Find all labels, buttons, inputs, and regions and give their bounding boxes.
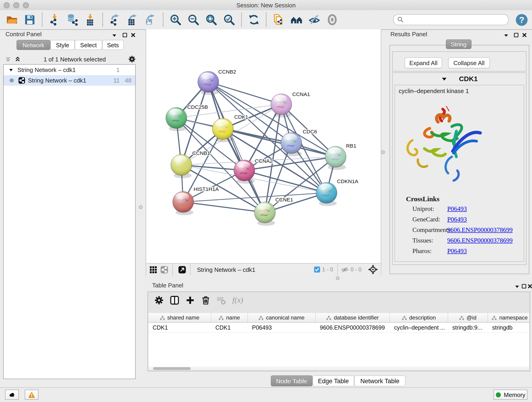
expand-all-button[interactable]: Expand All	[405, 57, 442, 68]
tab-style[interactable]: Style	[51, 40, 75, 50]
network-node-CDKN1A[interactable]	[316, 182, 337, 206]
eye-slash-blue-icon[interactable]	[308, 14, 320, 26]
column-header-name[interactable]: name	[211, 313, 248, 322]
refresh-icon[interactable]	[248, 14, 260, 26]
show-columns-icon[interactable]	[170, 296, 179, 305]
right-splitter-handle[interactable]	[381, 150, 385, 154]
network-edge[interactable]	[208, 82, 281, 104]
crosslink-link[interactable]: P06493	[447, 248, 467, 255]
table-cell[interactable]: cyclin–dependent ...	[390, 323, 448, 332]
table-cell[interactable]: P06493	[248, 323, 316, 332]
memory-button[interactable]: Memory	[494, 390, 527, 400]
network-node-CDK1[interactable]	[212, 118, 234, 142]
table-row[interactable]: CDK1CDK1P064939606.ENSP00000378699cyclin…	[148, 323, 529, 333]
results-panel-menu-icon[interactable]	[503, 32, 509, 38]
tab-string[interactable]: String	[446, 39, 472, 49]
zoom-out-icon[interactable]	[187, 14, 199, 26]
table-cell[interactable]: CDK1	[148, 323, 211, 332]
help-icon[interactable]: ?	[515, 14, 528, 26]
warning-status-button[interactable]	[25, 390, 38, 400]
column-header-description[interactable]: description	[390, 313, 448, 322]
network-edge[interactable]	[223, 129, 336, 157]
eye-gray-icon[interactable]	[326, 14, 338, 26]
scrollbar-thumb[interactable]	[153, 367, 191, 370]
column-header--id[interactable]: @id	[448, 313, 488, 322]
collapse-all-button[interactable]: Collapse All	[448, 57, 490, 68]
protein-collapse-icon[interactable]	[441, 76, 447, 82]
table-cell[interactable]: stringdb	[488, 323, 529, 332]
table-gear-icon[interactable]	[154, 296, 164, 305]
network-badge-icon[interactable]	[160, 266, 168, 274]
horizontal-splitter-handle[interactable]	[336, 276, 340, 280]
control-panel-float-icon[interactable]	[122, 32, 128, 38]
network-edge[interactable]	[183, 202, 265, 212]
expand-all-icon[interactable]	[14, 56, 21, 63]
network-tree-item-row[interactable]: String Network – cdk1 11 48	[4, 75, 135, 86]
tab-node-table[interactable]: Node Table	[271, 375, 312, 386]
results-panel-close-icon[interactable]	[521, 32, 527, 38]
network-node-CCNA1[interactable]	[271, 94, 292, 118]
export-image-icon[interactable]	[145, 14, 157, 26]
crosslink-link[interactable]: P06493	[447, 205, 467, 213]
column-header-database-identifier[interactable]: database identifier	[316, 313, 390, 322]
network-node-CCNB2[interactable]	[198, 71, 219, 95]
table-cell[interactable]: 9606.ENSP00000378699	[316, 323, 390, 332]
search-input[interactable]	[404, 16, 508, 24]
network-edge[interactable]	[183, 193, 326, 202]
import-database-icon[interactable]	[66, 14, 78, 26]
left-splitter-handle[interactable]	[139, 205, 143, 209]
control-panel-close-icon[interactable]	[130, 32, 136, 38]
tab-network[interactable]: Network	[17, 40, 51, 50]
houses-icon[interactable]	[291, 14, 302, 26]
network-options-gear-icon[interactable]	[128, 56, 136, 63]
tab-network-table[interactable]: Network Table	[354, 375, 405, 386]
network-canvas[interactable]: CCNB2CCNA1CDC25BCDK1CDC6RB1CCNB1CCNA2CDK…	[146, 29, 381, 263]
network-node-CCNB1[interactable]	[171, 154, 192, 178]
table-panel-menu-icon[interactable]	[514, 283, 520, 289]
network-node-RB1[interactable]	[325, 146, 346, 170]
delete-table-icon[interactable]	[217, 296, 226, 305]
export-network-icon[interactable]	[109, 14, 121, 26]
tab-select[interactable]: Select	[75, 40, 102, 50]
network-tree-root-row[interactable]: String Network – cdk1 1	[4, 65, 135, 75]
control-panel-menu-icon[interactable]	[111, 32, 117, 38]
add-column-icon[interactable]	[186, 296, 195, 305]
export-table-icon[interactable]	[127, 14, 139, 26]
selected-checkbox-icon[interactable]	[314, 266, 320, 273]
table-panel-close-icon[interactable]	[527, 283, 532, 289]
network-node-CDC25B[interactable]	[166, 108, 187, 131]
zoom-fit-icon[interactable]	[205, 14, 217, 26]
network-edge[interactable]	[208, 82, 265, 212]
column-header-canonical-name[interactable]: canonical name	[248, 313, 316, 322]
delete-column-icon[interactable]	[201, 296, 210, 305]
save-icon[interactable]	[24, 14, 36, 26]
tree-expand-icon[interactable]	[8, 67, 14, 73]
crosslink-link[interactable]: 9606.ENSP00000378699	[447, 226, 513, 234]
grid-view-icon[interactable]	[149, 266, 157, 274]
network-node-CCNE1[interactable]	[254, 202, 275, 226]
crosslink-link[interactable]: P06493	[447, 216, 467, 223]
table-panel-float-icon[interactable]	[521, 283, 527, 289]
folder-icon[interactable]	[6, 14, 18, 26]
network-node-CCNA2[interactable]	[234, 160, 255, 184]
cloud-status-button[interactable]	[5, 390, 19, 400]
table-horizontal-scrollbar[interactable]	[148, 367, 529, 370]
zoom-in-icon[interactable]	[170, 14, 181, 26]
copy-network-icon[interactable]	[273, 14, 285, 26]
tab-edge-table[interactable]: Edge Table	[312, 375, 354, 386]
import-network-icon[interactable]	[49, 14, 60, 26]
network-node-HIST1H1A[interactable]	[173, 191, 194, 215]
tab-sets[interactable]: Sets	[102, 40, 124, 50]
import-table-icon[interactable]	[84, 14, 96, 26]
function-builder-icon[interactable]: f(x)	[232, 296, 243, 305]
table-cell[interactable]: CDK1	[211, 323, 248, 332]
results-panel-float-icon[interactable]	[513, 32, 519, 38]
column-header-namespace[interactable]: namespace	[488, 313, 529, 322]
collapse-all-icon[interactable]	[5, 56, 12, 63]
crosslink-link[interactable]: 9606.ENSP00000378699	[447, 237, 513, 244]
birdseye-crosshair-icon[interactable]	[368, 264, 378, 274]
table-cell[interactable]: stringdb:9...	[448, 323, 488, 332]
zoom-selected-icon[interactable]	[223, 14, 235, 26]
detach-view-icon[interactable]	[178, 266, 186, 274]
column-header-shared-name[interactable]: shared name	[148, 313, 211, 322]
